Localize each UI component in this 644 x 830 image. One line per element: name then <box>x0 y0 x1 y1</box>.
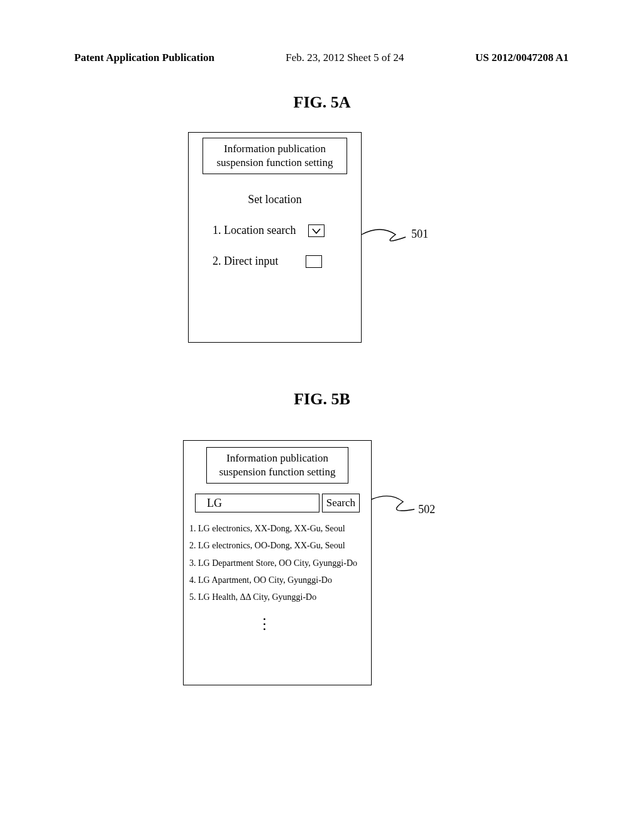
checkbox-direct-input[interactable] <box>306 255 322 268</box>
page-header: Patent Application Publication Feb. 23, … <box>74 52 569 64</box>
direct-input-label: 2. Direct input <box>213 255 278 268</box>
search-input[interactable]: LG <box>195 494 319 512</box>
title-box-5a: Information publication suspension funct… <box>203 138 347 174</box>
location-search-label: 1. Location search <box>213 224 296 237</box>
figure-label-5a: FIG. 5A <box>0 93 644 112</box>
row-location-search: 1. Location search <box>189 224 361 237</box>
header-right: US 2012/0047208 A1 <box>475 52 569 64</box>
title-box-5b: Information publication suspension funct… <box>206 447 348 484</box>
leader-line-502 <box>372 497 419 516</box>
leader-line-501 <box>362 228 409 247</box>
screen-5b: Information publication suspension funct… <box>183 440 372 685</box>
search-bar: LG Search <box>195 494 360 512</box>
list-item[interactable]: 2. LG electronics, OO-Dong, XX-Gu, Seoul <box>189 537 370 554</box>
checkbox-location-search[interactable] <box>308 224 325 237</box>
checkmark-icon <box>311 226 322 235</box>
row-direct-input: 2. Direct input <box>189 255 361 268</box>
screen-5a: Information publication suspension funct… <box>188 132 362 343</box>
ref-number-501: 501 <box>411 228 428 241</box>
header-left: Patent Application Publication <box>74 52 214 64</box>
title-line2: suspension function setting <box>206 156 344 170</box>
set-location-label: Set location <box>189 193 361 206</box>
list-item[interactable]: 5. LG Health, ΔΔ City, Gyunggi-Do <box>189 589 370 606</box>
search-button[interactable]: Search <box>322 494 360 512</box>
title-line1-b: Information publication <box>209 451 345 465</box>
list-item[interactable]: 1. LG electronics, XX-Dong, XX-Gu, Seoul <box>189 520 370 537</box>
title-line2-b: suspension function setting <box>209 465 345 479</box>
search-result-list: 1. LG electronics, XX-Dong, XX-Gu, Seoul… <box>184 520 371 628</box>
title-line1: Information publication <box>206 142 344 156</box>
vertical-ellipsis-icon: ... <box>160 612 370 628</box>
ref-number-502: 502 <box>418 503 435 516</box>
list-item[interactable]: 4. LG Apartment, OO City, Gyunggi-Do <box>189 572 370 589</box>
list-item[interactable]: 3. LG Department Store, OO City, Gyunggi… <box>189 555 370 572</box>
figure-label-5b: FIG. 5B <box>0 390 644 409</box>
header-middle: Feb. 23, 2012 Sheet 5 of 24 <box>286 52 404 64</box>
